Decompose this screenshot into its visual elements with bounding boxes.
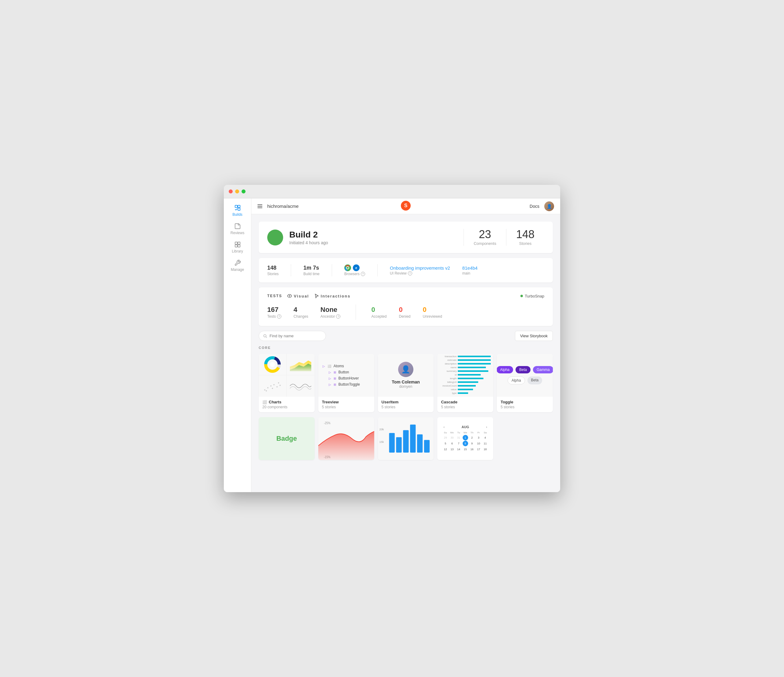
interactions-filter[interactable]: Interactions — [314, 293, 351, 298]
cal-day-18[interactable]: 18 — [482, 446, 488, 452]
cal-next[interactable]: › — [486, 426, 487, 429]
toggle-card[interactable]: Alpha Beta Gamma Alpha Beta — [497, 354, 553, 412]
cal-day-15[interactable]: 15 — [463, 446, 468, 452]
cascade-preview-area: transaction estimate description — [437, 354, 493, 397]
cascade-row-1: estimate — [440, 359, 491, 362]
cal-day-30[interactable]: 30 — [449, 435, 455, 440]
cal-day-13[interactable]: 13 — [449, 446, 455, 452]
toggle-alpha-active[interactable]: Alpha — [497, 366, 513, 373]
cal-day-6[interactable]: 6 — [449, 441, 455, 446]
commit-value[interactable]: 81e4b4 — [462, 265, 478, 271]
sidebar-label-manage: Manage — [231, 267, 244, 272]
info-card: 148 Stories 1m 7s Build time — [259, 258, 553, 282]
ancestor-label: Ancestor ? — [320, 314, 340, 318]
useritem-card[interactable]: 👤 Tom Coleman domyen UserItem 5 stories — [378, 354, 434, 412]
tree-item-buttontoggle: ▷ ⊞ ButtonToggle — [323, 381, 370, 387]
cascade-row-8: invoiceCount — [440, 384, 491, 387]
cal-day-16[interactable]: 16 — [469, 446, 474, 452]
core-section-label: CORE — [259, 346, 553, 349]
topbar-title: hichroma/acme — [267, 204, 299, 209]
cal-prev[interactable]: ‹ — [443, 426, 444, 429]
sidebar-item-reviews[interactable]: Reviews — [224, 220, 251, 238]
content-area: Build 2 Initiated 4 hours ago 23 Compone… — [251, 214, 560, 472]
cal-day-4[interactable]: 4 — [482, 435, 488, 440]
visual-filter[interactable]: Visual — [287, 293, 309, 298]
hamburger-menu[interactable] — [257, 204, 262, 208]
browsers-help-icon[interactable]: ? — [361, 272, 365, 276]
cal-day-12[interactable]: 12 — [443, 446, 448, 452]
cal-day-7[interactable]: 7 — [456, 441, 461, 446]
titlebar — [224, 185, 560, 198]
cal-day-31[interactable]: 31 — [456, 435, 461, 440]
unreviewed-count: 0 — [423, 306, 442, 314]
cascade-card[interactable]: transaction estimate description — [437, 354, 493, 412]
cal-header-su: Su — [442, 431, 449, 435]
manage-icon — [234, 259, 241, 266]
ui-review-label: UI Review ? — [390, 271, 450, 275]
svg-point-24 — [266, 390, 267, 392]
cal-day-29[interactable]: 29 — [443, 435, 448, 440]
toggle-beta-gray[interactable]: Beta — [527, 376, 543, 384]
stat-tests: 167 Tests ? — [267, 306, 281, 318]
sidebar-label-library: Library — [232, 249, 243, 253]
sidebar: Builds Reviews Library — [224, 198, 251, 492]
cal-day-2[interactable]: 2 — [469, 435, 474, 440]
cal-day-3[interactable]: 3 — [476, 435, 481, 440]
stat-unreviewed: 0 Unreviewed — [423, 306, 442, 318]
cal-day-5[interactable]: 5 — [443, 441, 448, 446]
stories-count: 148 — [516, 229, 535, 240]
cascade-row-3: name — [440, 366, 491, 369]
treeview-card[interactable]: ▷ ⬜ Atoms ▷ ⊞ Button ▷ — [318, 354, 374, 412]
svg-point-21 — [270, 362, 275, 367]
toggle-count: 5 stories — [501, 405, 549, 409]
toggle-gamma[interactable]: Gamma — [533, 366, 553, 373]
info-commit: 81e4b4 main — [462, 265, 478, 275]
calendar-card[interactable]: ‹ AUG › Su Mo Tu We Th — [437, 417, 493, 460]
cal-header-th: Th — [469, 431, 475, 435]
tests-help-icon[interactable]: ? — [277, 314, 281, 318]
cal-day-10[interactable]: 10 — [476, 441, 481, 446]
svg-point-23 — [267, 387, 269, 388]
cascade-name: Cascade — [441, 400, 490, 404]
uireview-help-icon[interactable]: ? — [408, 271, 412, 275]
bottom-cards-grid: Badge — [259, 417, 553, 460]
ancestor-help-icon[interactable]: ? — [336, 314, 340, 318]
cal-day-17[interactable]: 17 — [476, 446, 481, 452]
sidebar-item-manage[interactable]: Manage — [224, 256, 251, 275]
maximize-button[interactable] — [241, 189, 246, 193]
sidebar-item-builds[interactable]: Builds — [224, 201, 251, 220]
charts-card[interactable]: ⬜ Charts 20 components — [259, 354, 315, 412]
docs-link[interactable]: Docs — [530, 204, 540, 209]
toggle-row-1: Alpha Beta Gamma — [497, 366, 553, 373]
build-status-indicator — [267, 229, 283, 245]
cal-day-1[interactable]: 1 — [463, 435, 468, 440]
unreviewed-label: Unreviewed — [423, 314, 442, 318]
view-storybook-button[interactable]: View Storybook — [515, 331, 553, 341]
area-quad — [286, 354, 314, 375]
cal-day-14[interactable]: 14 — [456, 446, 461, 452]
svg-text:20k: 20k — [379, 428, 384, 431]
svg-point-30 — [280, 385, 281, 386]
build-stats: 23 Components 148 Stories — [464, 229, 544, 246]
buildtime-label: Build time — [303, 272, 319, 276]
minimize-button[interactable] — [235, 189, 239, 193]
cascade-row-10: type — [440, 392, 491, 395]
toggle-beta-active[interactable]: Beta — [515, 366, 530, 373]
badge-card[interactable]: Badge — [259, 417, 315, 460]
turbosnap-label: TurboSnap — [525, 294, 544, 298]
charts-card-info: ⬜ Charts 20 components — [259, 397, 315, 412]
search-input[interactable] — [269, 334, 321, 338]
changes-count: 4 — [294, 306, 308, 314]
svg-rect-37 — [403, 430, 409, 453]
cal-day-9[interactable]: 9 — [469, 441, 474, 446]
cal-day-8[interactable]: 8 — [463, 441, 468, 446]
ui-review-link[interactable]: Onboarding improvements v2 — [390, 265, 450, 271]
sidebar-item-library[interactable]: Library — [224, 238, 251, 256]
toggle-alpha-outline[interactable]: Alpha — [507, 376, 525, 384]
area-chart-card[interactable]: -25% -15% — [318, 417, 374, 460]
user-avatar[interactable]: 👤 — [544, 201, 554, 211]
hamburger-line — [257, 206, 262, 207]
bar-chart-card[interactable]: 20k 15k — [378, 417, 434, 460]
cal-day-11[interactable]: 11 — [482, 441, 488, 446]
close-button[interactable] — [229, 189, 233, 193]
